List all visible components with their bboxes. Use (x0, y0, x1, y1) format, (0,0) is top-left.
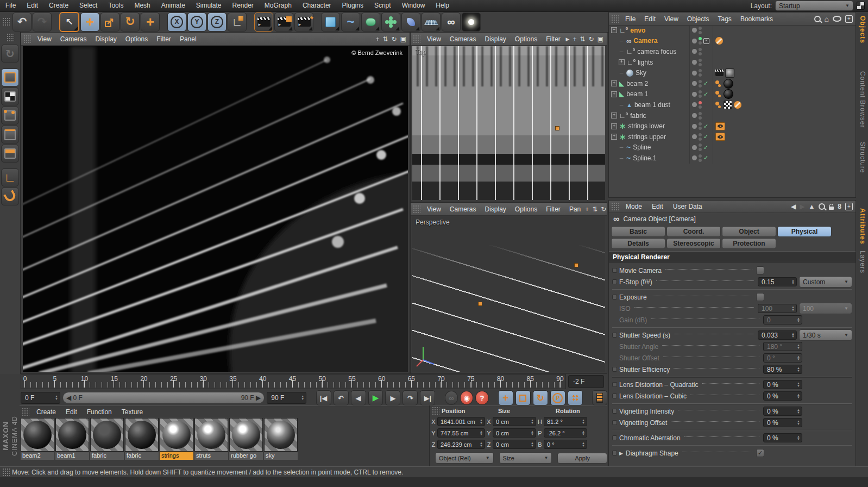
visibility-dot-icon[interactable] (699, 80, 702, 83)
texture-tag-icon[interactable] (725, 68, 734, 78)
tree-row[interactable]: +◣beam 1✓ (609, 89, 856, 100)
vp-main-menu-filter[interactable]: Filter (152, 35, 175, 43)
panel-tab-layers[interactable]: Layers (859, 251, 866, 273)
visibility-dot-icon[interactable] (699, 148, 702, 151)
layout-dropdown[interactable]: Startup ▼ (775, 1, 853, 11)
material-thumbnail[interactable] (21, 418, 54, 452)
stepper-icon[interactable]: ▲▼ (795, 367, 802, 372)
prev-key-button[interactable]: ↶ (334, 390, 349, 405)
current-frame-field[interactable]: 0 F▲▼ (21, 392, 60, 404)
mat-menu-create[interactable]: Create (32, 408, 61, 416)
polygons-mode-icon[interactable] (1, 145, 19, 163)
timeline-mode-button[interactable] (592, 390, 607, 405)
keyframe-dot-icon[interactable] (612, 333, 617, 338)
tree-row[interactable]: –▲beam 1 dust (609, 99, 856, 110)
om-menu-bookmarks[interactable]: Bookmarks (736, 15, 777, 23)
material-thumbnail[interactable] (90, 418, 124, 452)
param-value-field[interactable]: 0 %▲▼ (763, 407, 802, 416)
enabled-check-icon[interactable]: ✓ (703, 91, 708, 98)
zoom-view-icon[interactable]: ⇅ (383, 35, 388, 43)
expand-icon[interactable]: + (611, 123, 617, 129)
layer-dot-icon[interactable] (692, 134, 697, 139)
texture-checker-tag-icon[interactable] (724, 101, 732, 109)
menu-script[interactable]: Script (369, 0, 397, 11)
size-y-field[interactable]: 0 cm▲▼ (493, 428, 536, 438)
expand-icon[interactable]: + (619, 59, 625, 65)
menu-render[interactable]: Render (227, 0, 259, 11)
stepper-icon[interactable]: ▲▼ (795, 355, 802, 361)
pan-view-icon[interactable]: + (376, 35, 380, 43)
visibility-dot-icon[interactable] (699, 133, 702, 136)
visibility-dot-icon[interactable] (699, 143, 702, 147)
layer-dot-icon[interactable] (692, 102, 697, 107)
object-name[interactable]: strings upper (628, 133, 666, 141)
param-value-field[interactable]: 80 %▲▼ (763, 365, 802, 374)
workspace-icon[interactable] (857, 2, 865, 10)
points-mode-icon[interactable] (1, 107, 19, 124)
stepper-icon[interactable]: ▲▼ (580, 442, 587, 447)
visibility-dot-icon[interactable] (699, 59, 702, 62)
mat-menu-function[interactable]: Function (82, 408, 117, 416)
attr-menu-edit[interactable]: Edit (647, 203, 668, 210)
viewport-main-content[interactable]: © Bernd Zweverink (23, 46, 408, 372)
visibility-dot-icon[interactable] (699, 101, 702, 104)
rotation-p-field[interactable]: -26.2 °▲▼ (544, 428, 587, 438)
visibility-dot-icon[interactable] (699, 63, 702, 66)
vp-persp-menu-pan[interactable]: Pan (565, 205, 585, 213)
toolbar-grip[interactable] (2, 17, 10, 26)
material-label[interactable]: beam1 (55, 452, 89, 460)
rotate-view-icon[interactable]: ↻ (392, 35, 397, 43)
pan-view-icon[interactable]: + (585, 205, 589, 213)
menu-select[interactable]: Select (74, 0, 103, 11)
keyframe-dot-icon[interactable] (612, 268, 617, 273)
keyframe-dot-icon[interactable] (612, 295, 617, 299)
goto-end-button[interactable]: ▶| (420, 390, 435, 405)
visibility-dot-icon[interactable] (699, 105, 702, 109)
viewport-main[interactable]: ViewCamerasDisplayOptionsFilterPanel + ⇅… (21, 32, 410, 374)
material-label[interactable]: beam2 (21, 452, 54, 460)
menu-mograph[interactable]: MoGraph (259, 0, 297, 11)
display-tag-icon[interactable] (715, 133, 725, 141)
object-name[interactable]: fabric (630, 112, 646, 120)
add-camera-icon[interactable] (442, 13, 461, 32)
vp-main-menu-cameras[interactable]: Cameras (56, 35, 91, 43)
enabled-check-icon[interactable]: ✓ (703, 123, 708, 130)
viewport-main-grip[interactable] (23, 35, 31, 43)
history-back-icon[interactable]: ◀ (791, 203, 796, 210)
stepper-icon[interactable]: ▲▼ (580, 419, 587, 424)
attr-menu-user-data[interactable]: User Data (668, 203, 707, 210)
new-panel-icon[interactable]: + (845, 203, 853, 210)
render-view-icon[interactable] (254, 13, 273, 32)
size-z-field[interactable]: 0 cm▲▼ (493, 440, 536, 449)
stepper-icon[interactable]: ▲▼ (795, 344, 802, 349)
keyframe-dot-icon[interactable] (612, 367, 617, 372)
material-tag-icon[interactable] (724, 79, 733, 89)
visibility-dot-icon[interactable] (699, 69, 702, 72)
visibility-dot-icon[interactable] (699, 112, 702, 115)
visibility-dot-icon[interactable] (699, 37, 702, 40)
texture-mode-icon[interactable] (1, 88, 19, 105)
material-thumbnail[interactable] (55, 418, 89, 452)
rotate-view-icon[interactable]: ↻ (601, 205, 606, 213)
add-deformer-icon[interactable] (401, 13, 420, 32)
visibility-dot-icon[interactable] (699, 138, 702, 141)
attr-menu-mode[interactable]: Mode (621, 203, 647, 210)
visibility-dot-icon[interactable] (699, 159, 702, 162)
layer-dot-icon[interactable] (692, 92, 697, 97)
menu-tools[interactable]: Tools (103, 0, 129, 11)
object-name[interactable]: beam 1 dust (634, 101, 670, 109)
om-menu-view[interactable]: View (660, 15, 683, 23)
visibility-dot-icon[interactable] (699, 31, 702, 34)
add-generator-icon[interactable] (361, 13, 380, 32)
material-thumbnail[interactable] (194, 418, 228, 452)
goto-start-button[interactable]: |◀ (316, 390, 331, 405)
target-tag-icon[interactable] (703, 38, 709, 44)
panel-tab-structure[interactable]: Structure (859, 142, 866, 173)
object-name[interactable]: beam 1 (626, 90, 648, 98)
layer-dot-icon[interactable] (692, 145, 697, 150)
toggle-view-icon[interactable]: ▣ (400, 35, 406, 43)
enabled-check-icon[interactable]: ✓ (703, 154, 708, 161)
om-menu-tags[interactable]: Tags (714, 15, 736, 23)
stepper-icon[interactable]: ▲▼ (795, 382, 802, 388)
tab-stereoscopic[interactable]: Stereoscopic (666, 238, 721, 249)
